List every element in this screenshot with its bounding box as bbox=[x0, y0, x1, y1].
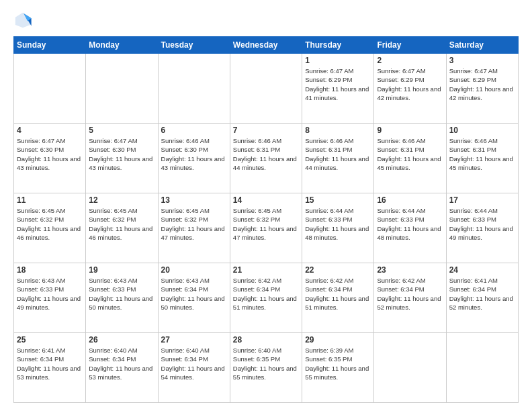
weekday-thursday: Thursday bbox=[302, 37, 374, 54]
day-info: Sunrise: 6:44 AMSunset: 6:33 PMDaylight:… bbox=[305, 206, 371, 242]
day-info: Sunrise: 6:45 AMSunset: 6:32 PMDaylight:… bbox=[17, 206, 83, 242]
day-number: 29 bbox=[305, 335, 371, 345]
day-number: 15 bbox=[305, 195, 371, 205]
day-number: 9 bbox=[377, 126, 443, 135]
day-number: 6 bbox=[161, 126, 227, 135]
calendar-cell: 23Sunrise: 6:42 AMSunset: 6:34 PMDayligh… bbox=[374, 263, 446, 333]
day-info: Sunrise: 6:46 AMSunset: 6:31 PMDaylight:… bbox=[233, 136, 299, 172]
day-number: 14 bbox=[233, 195, 299, 205]
day-info: Sunrise: 6:39 AMSunset: 6:35 PMDaylight:… bbox=[305, 346, 371, 381]
calendar-cell: 21Sunrise: 6:42 AMSunset: 6:34 PMDayligh… bbox=[230, 263, 302, 333]
day-number: 21 bbox=[233, 265, 299, 275]
calendar-cell: 13Sunrise: 6:45 AMSunset: 6:32 PMDayligh… bbox=[158, 193, 230, 263]
calendar-cell bbox=[158, 54, 230, 124]
day-info: Sunrise: 6:40 AMSunset: 6:34 PMDaylight:… bbox=[89, 346, 154, 381]
day-info: Sunrise: 6:43 AMSunset: 6:34 PMDaylight:… bbox=[161, 276, 227, 312]
calendar-cell: 1Sunrise: 6:47 AMSunset: 6:29 PMDaylight… bbox=[302, 54, 374, 124]
day-number: 23 bbox=[377, 265, 443, 275]
day-number: 10 bbox=[449, 126, 515, 135]
day-info: Sunrise: 6:43 AMSunset: 6:33 PMDaylight:… bbox=[17, 276, 83, 312]
calendar-cell: 20Sunrise: 6:43 AMSunset: 6:34 PMDayligh… bbox=[158, 263, 230, 333]
calendar-cell bbox=[374, 333, 446, 403]
calendar-cell: 16Sunrise: 6:44 AMSunset: 6:33 PMDayligh… bbox=[374, 193, 446, 263]
day-info: Sunrise: 6:43 AMSunset: 6:33 PMDaylight:… bbox=[89, 276, 154, 312]
day-number: 12 bbox=[89, 195, 154, 205]
day-number: 5 bbox=[89, 126, 154, 135]
day-number: 25 bbox=[17, 335, 83, 345]
calendar-cell: 26Sunrise: 6:40 AMSunset: 6:34 PMDayligh… bbox=[86, 333, 158, 403]
day-info: Sunrise: 6:47 AMSunset: 6:29 PMDaylight:… bbox=[305, 66, 371, 102]
day-number: 8 bbox=[305, 126, 371, 135]
calendar-cell: 18Sunrise: 6:43 AMSunset: 6:33 PMDayligh… bbox=[14, 263, 86, 333]
day-info: Sunrise: 6:42 AMSunset: 6:34 PMDaylight:… bbox=[377, 276, 443, 312]
day-info: Sunrise: 6:46 AMSunset: 6:31 PMDaylight:… bbox=[305, 136, 371, 172]
day-number: 22 bbox=[305, 265, 371, 275]
week-row-0: 1Sunrise: 6:47 AMSunset: 6:29 PMDaylight… bbox=[14, 54, 519, 124]
calendar-cell: 29Sunrise: 6:39 AMSunset: 6:35 PMDayligh… bbox=[302, 333, 374, 403]
day-info: Sunrise: 6:41 AMSunset: 6:34 PMDaylight:… bbox=[17, 346, 83, 381]
day-number: 7 bbox=[233, 126, 299, 135]
calendar-cell: 9Sunrise: 6:46 AMSunset: 6:31 PMDaylight… bbox=[374, 124, 446, 193]
calendar-cell: 11Sunrise: 6:45 AMSunset: 6:32 PMDayligh… bbox=[14, 193, 86, 263]
day-number: 17 bbox=[449, 195, 515, 205]
calendar-cell bbox=[86, 54, 158, 124]
week-row-3: 18Sunrise: 6:43 AMSunset: 6:33 PMDayligh… bbox=[14, 263, 519, 333]
day-info: Sunrise: 6:46 AMSunset: 6:30 PMDaylight:… bbox=[161, 136, 227, 172]
calendar-cell: 24Sunrise: 6:41 AMSunset: 6:34 PMDayligh… bbox=[446, 263, 518, 333]
calendar-cell bbox=[230, 54, 302, 124]
day-info: Sunrise: 6:45 AMSunset: 6:32 PMDaylight:… bbox=[233, 206, 299, 242]
day-number: 2 bbox=[377, 56, 443, 65]
weekday-wednesday: Wednesday bbox=[230, 37, 302, 54]
day-number: 18 bbox=[17, 265, 83, 275]
weekday-monday: Monday bbox=[86, 37, 158, 54]
day-number: 11 bbox=[17, 195, 83, 205]
calendar-cell: 6Sunrise: 6:46 AMSunset: 6:30 PMDaylight… bbox=[158, 124, 230, 193]
weekday-header-row: SundayMondayTuesdayWednesdayThursdayFrid… bbox=[14, 37, 519, 54]
day-info: Sunrise: 6:42 AMSunset: 6:34 PMDaylight:… bbox=[233, 276, 299, 312]
calendar-cell: 4Sunrise: 6:47 AMSunset: 6:30 PMDaylight… bbox=[14, 124, 86, 193]
calendar-cell: 28Sunrise: 6:40 AMSunset: 6:35 PMDayligh… bbox=[230, 333, 302, 403]
day-number: 26 bbox=[89, 335, 154, 345]
calendar-cell bbox=[14, 54, 86, 124]
day-number: 28 bbox=[233, 335, 299, 345]
calendar-cell: 14Sunrise: 6:45 AMSunset: 6:32 PMDayligh… bbox=[230, 193, 302, 263]
calendar-cell: 19Sunrise: 6:43 AMSunset: 6:33 PMDayligh… bbox=[86, 263, 158, 333]
day-info: Sunrise: 6:44 AMSunset: 6:33 PMDaylight:… bbox=[449, 206, 515, 242]
day-number: 3 bbox=[449, 56, 515, 65]
day-number: 20 bbox=[161, 265, 227, 275]
logo bbox=[13, 11, 35, 30]
day-number: 13 bbox=[161, 195, 227, 205]
day-number: 27 bbox=[161, 335, 227, 345]
calendar-cell: 5Sunrise: 6:47 AMSunset: 6:30 PMDaylight… bbox=[86, 124, 158, 193]
page: SundayMondayTuesdayWednesdayThursdayFrid… bbox=[0, 0, 532, 411]
day-number: 24 bbox=[449, 265, 515, 275]
day-info: Sunrise: 6:47 AMSunset: 6:29 PMDaylight:… bbox=[377, 66, 443, 102]
calendar-cell: 3Sunrise: 6:47 AMSunset: 6:29 PMDaylight… bbox=[446, 54, 518, 124]
calendar-cell: 2Sunrise: 6:47 AMSunset: 6:29 PMDaylight… bbox=[374, 54, 446, 124]
day-info: Sunrise: 6:41 AMSunset: 6:34 PMDaylight:… bbox=[449, 276, 515, 312]
day-info: Sunrise: 6:46 AMSunset: 6:31 PMDaylight:… bbox=[449, 136, 515, 172]
calendar-cell: 8Sunrise: 6:46 AMSunset: 6:31 PMDaylight… bbox=[302, 124, 374, 193]
day-info: Sunrise: 6:46 AMSunset: 6:31 PMDaylight:… bbox=[377, 136, 443, 172]
calendar-cell: 22Sunrise: 6:42 AMSunset: 6:34 PMDayligh… bbox=[302, 263, 374, 333]
calendar-cell: 25Sunrise: 6:41 AMSunset: 6:34 PMDayligh… bbox=[14, 333, 86, 403]
weekday-sunday: Sunday bbox=[14, 37, 86, 54]
calendar-cell: 7Sunrise: 6:46 AMSunset: 6:31 PMDaylight… bbox=[230, 124, 302, 193]
day-info: Sunrise: 6:45 AMSunset: 6:32 PMDaylight:… bbox=[89, 206, 154, 242]
logo-icon bbox=[13, 11, 32, 30]
weekday-saturday: Saturday bbox=[446, 37, 518, 54]
day-info: Sunrise: 6:45 AMSunset: 6:32 PMDaylight:… bbox=[161, 206, 227, 242]
day-info: Sunrise: 6:44 AMSunset: 6:33 PMDaylight:… bbox=[377, 206, 443, 242]
calendar-cell: 27Sunrise: 6:40 AMSunset: 6:34 PMDayligh… bbox=[158, 333, 230, 403]
weekday-friday: Friday bbox=[374, 37, 446, 54]
calendar-cell: 17Sunrise: 6:44 AMSunset: 6:33 PMDayligh… bbox=[446, 193, 518, 263]
weekday-tuesday: Tuesday bbox=[158, 37, 230, 54]
day-info: Sunrise: 6:47 AMSunset: 6:29 PMDaylight:… bbox=[449, 66, 515, 102]
day-info: Sunrise: 6:42 AMSunset: 6:34 PMDaylight:… bbox=[305, 276, 371, 312]
week-row-1: 4Sunrise: 6:47 AMSunset: 6:30 PMDaylight… bbox=[14, 124, 519, 193]
day-number: 19 bbox=[89, 265, 154, 275]
calendar-cell: 15Sunrise: 6:44 AMSunset: 6:33 PMDayligh… bbox=[302, 193, 374, 263]
calendar-table: SundayMondayTuesdayWednesdayThursdayFrid… bbox=[13, 36, 519, 403]
calendar-cell: 12Sunrise: 6:45 AMSunset: 6:32 PMDayligh… bbox=[86, 193, 158, 263]
week-row-2: 11Sunrise: 6:45 AMSunset: 6:32 PMDayligh… bbox=[14, 193, 519, 263]
